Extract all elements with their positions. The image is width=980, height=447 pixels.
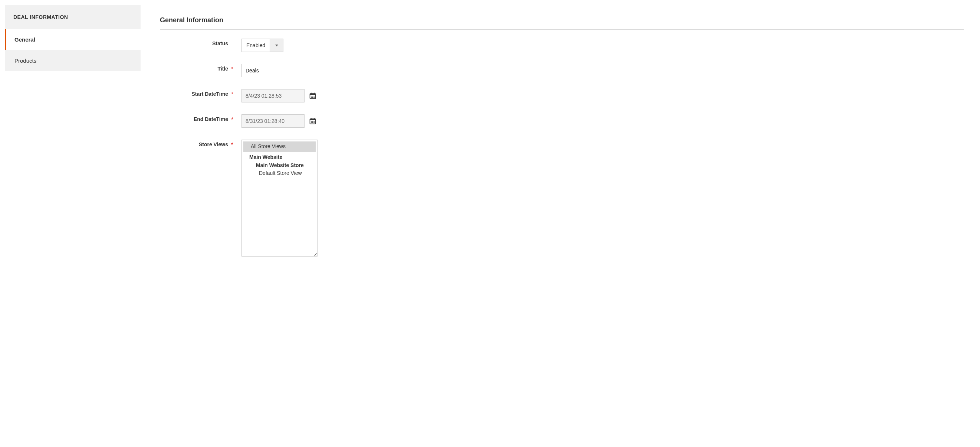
label-store-views: Store Views bbox=[199, 142, 228, 147]
label-title: Title bbox=[217, 66, 228, 72]
sidebar-item-general[interactable]: General bbox=[5, 29, 141, 50]
store-group-store: Main Website Store bbox=[242, 160, 317, 168]
svg-rect-15 bbox=[312, 121, 313, 122]
sidebar-panel: DEAL INFORMATION General Products bbox=[5, 5, 141, 71]
required-placeholder bbox=[231, 38, 242, 41]
required-indicator-icon: * bbox=[231, 66, 233, 72]
calendar-icon[interactable] bbox=[309, 92, 317, 99]
caret-down-icon bbox=[275, 45, 278, 46]
label-end-datetime: End DateTime bbox=[194, 116, 228, 122]
svg-rect-7 bbox=[311, 97, 312, 97]
title-input[interactable] bbox=[242, 64, 488, 77]
svg-rect-12 bbox=[311, 118, 312, 119]
status-toggle[interactable]: Enabled bbox=[242, 38, 283, 52]
end-datetime-input[interactable] bbox=[242, 114, 304, 128]
row-title: Title * bbox=[160, 64, 964, 77]
svg-rect-2 bbox=[311, 93, 312, 94]
row-start-datetime: Start DateTime * bbox=[160, 89, 964, 102]
status-toggle-caret-button[interactable] bbox=[270, 39, 283, 52]
status-toggle-value: Enabled bbox=[242, 39, 270, 52]
required-indicator-icon: * bbox=[231, 117, 233, 123]
sidebar-item-products[interactable]: Products bbox=[5, 50, 141, 71]
svg-rect-6 bbox=[314, 96, 315, 97]
label-status: Status bbox=[212, 40, 228, 46]
svg-rect-17 bbox=[311, 122, 312, 123]
required-indicator-icon: * bbox=[231, 91, 233, 97]
store-option-default-view[interactable]: Default Store View bbox=[242, 168, 317, 179]
store-group-website: Main Website bbox=[242, 152, 317, 160]
svg-rect-19 bbox=[314, 122, 315, 123]
calendar-icon[interactable] bbox=[309, 117, 317, 125]
svg-rect-5 bbox=[312, 96, 313, 97]
svg-rect-9 bbox=[314, 97, 315, 97]
row-status: Status Enabled bbox=[160, 38, 964, 52]
svg-rect-8 bbox=[312, 97, 313, 97]
svg-rect-11 bbox=[310, 119, 316, 120]
start-datetime-input[interactable] bbox=[242, 89, 304, 102]
store-views-listbox[interactable]: All Store Views Main Website Main Websit… bbox=[242, 140, 318, 257]
page-root: DEAL INFORMATION General Products Genera… bbox=[0, 0, 980, 285]
store-option-all[interactable]: All Store Views bbox=[243, 142, 316, 152]
section-title: General Information bbox=[160, 16, 964, 30]
label-start-datetime: Start DateTime bbox=[191, 91, 228, 97]
sidebar-item-label: General bbox=[14, 37, 35, 43]
row-store-views: Store Views * All Store Views Main Websi… bbox=[160, 140, 964, 257]
svg-rect-4 bbox=[311, 96, 312, 97]
svg-rect-18 bbox=[312, 122, 313, 123]
sidebar-item-label: Products bbox=[14, 57, 37, 64]
sidebar-header: DEAL INFORMATION bbox=[5, 5, 141, 29]
svg-rect-16 bbox=[314, 121, 315, 122]
required-indicator-icon: * bbox=[231, 142, 233, 148]
row-end-datetime: End DateTime * bbox=[160, 114, 964, 128]
svg-rect-13 bbox=[314, 118, 315, 119]
general-form: Status Enabled Title bbox=[160, 30, 964, 257]
main-content: General Information Status Enabled bbox=[141, 5, 975, 279]
svg-rect-1 bbox=[310, 94, 316, 95]
svg-rect-14 bbox=[311, 121, 312, 122]
svg-rect-3 bbox=[314, 93, 315, 94]
